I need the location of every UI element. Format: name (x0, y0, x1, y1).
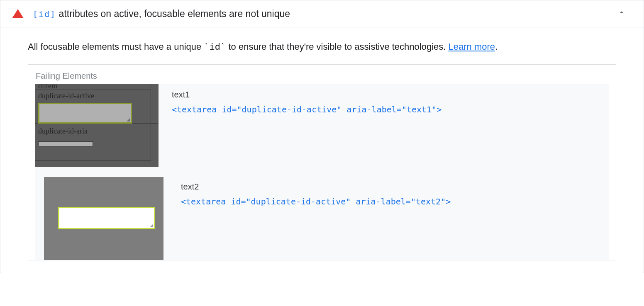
description-code: `id` (204, 41, 226, 52)
description-suffix: to ensure that they're visible to assist… (226, 41, 448, 52)
description-prefix: All focusable elements must have a uniqu… (28, 41, 204, 52)
failing-elements-section: Failing Elements dlitem duplicate-id-act… (28, 64, 616, 260)
description-period: . (495, 41, 498, 52)
audit-title: [id] attributes on active, focusable ele… (33, 8, 611, 19)
audit-item: [id] attributes on active, focusable ele… (0, 0, 644, 273)
collapse-toggle[interactable] (611, 8, 632, 19)
thumb-label-2: duplicate-id-aria (38, 127, 88, 135)
thumb-plain-input (38, 141, 93, 146)
audit-description: All focusable elements must have a uniqu… (28, 40, 616, 53)
audit-header[interactable]: [id] attributes on active, focusable ele… (0, 0, 644, 27)
failing-element-row[interactable]: text2 <textarea id="duplicate-id-active"… (35, 167, 609, 260)
thumb-partial-text: dlitem (38, 84, 147, 90)
element-thumbnail (44, 177, 163, 260)
failing-element-row[interactable]: dlitem duplicate-id-active duplicate-id-… (35, 84, 609, 167)
failing-element-snippet[interactable]: <textarea id="duplicate-id-active" aria-… (172, 104, 609, 114)
audit-title-text: attributes on active, focusable elements… (56, 8, 290, 19)
audit-title-code: [id] (33, 9, 56, 19)
failing-elements-title: Failing Elements (35, 71, 609, 84)
failing-elements-list: dlitem duplicate-id-active duplicate-id-… (35, 84, 609, 260)
failing-element-label: text1 (172, 90, 609, 100)
element-thumbnail: dlitem duplicate-id-active duplicate-id-… (35, 84, 159, 167)
audit-body: All focusable elements must have a uniqu… (0, 27, 644, 273)
thumb-label-1: duplicate-id-active (38, 92, 94, 100)
thumb-highlighted-input (38, 103, 132, 124)
thumb-highlighted-input (58, 207, 155, 229)
failing-element-snippet[interactable]: <textarea id="duplicate-id-active" aria-… (181, 197, 609, 206)
failing-element-detail: text2 <textarea id="duplicate-id-active"… (181, 167, 609, 206)
error-triangle-icon (12, 9, 24, 18)
failing-element-detail: text1 <textarea id="duplicate-id-active"… (172, 84, 609, 114)
failing-element-label: text2 (181, 182, 609, 192)
chevron-up-icon (617, 8, 626, 17)
learn-more-link[interactable]: Learn more (449, 41, 495, 52)
